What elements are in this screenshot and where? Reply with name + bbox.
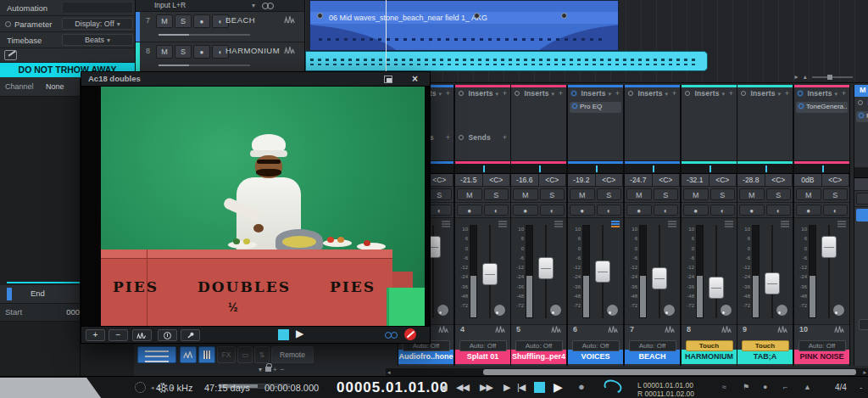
fader-track[interactable] xyxy=(489,225,491,318)
fader-track[interactable] xyxy=(828,225,830,318)
waveform-view-button[interactable] xyxy=(180,346,197,363)
track-name[interactable]: BEACH xyxy=(225,15,255,25)
pan-bar[interactable] xyxy=(794,164,849,174)
automation-point[interactable] xyxy=(317,13,323,19)
add-insert-button[interactable]: + xyxy=(785,87,789,100)
previous-marker-button[interactable]: ◀ xyxy=(440,382,446,393)
audio-clip-blue[interactable]: 06 Mid waves_stone_beach_near field 1_ A… xyxy=(309,0,619,51)
add-insert-button[interactable]: + xyxy=(842,87,846,100)
channel-name[interactable]: Shuffling..per4 xyxy=(511,350,566,364)
power-icon[interactable] xyxy=(858,100,863,105)
fader-track[interactable] xyxy=(715,225,717,318)
channel-name[interactable]: VOICES xyxy=(568,350,623,364)
fx-button[interactable]: FX xyxy=(217,346,236,363)
monitor-button[interactable]: ◐ xyxy=(654,205,679,216)
power-icon[interactable] xyxy=(628,91,633,96)
clock-button[interactable] xyxy=(158,329,177,341)
cue-knob[interactable] xyxy=(721,305,732,316)
monitor-button[interactable]: ◐ xyxy=(766,205,792,216)
end-row[interactable]: End xyxy=(0,285,80,304)
power-icon[interactable] xyxy=(741,91,746,96)
mute-button[interactable]: M xyxy=(156,45,173,59)
link-online-icon[interactable] xyxy=(385,332,400,339)
loop-range[interactable]: L 00001.01.01.00 R 00011.01.02.00 xyxy=(637,381,694,398)
add-insert-button[interactable]: + xyxy=(615,87,620,100)
mute-button[interactable]: M xyxy=(739,188,765,200)
volume-value[interactable]: -21.5 xyxy=(455,174,483,186)
next-marker-button[interactable]: ▶ xyxy=(504,382,509,393)
power-icon[interactable] xyxy=(459,135,464,140)
monitor-button[interactable]: ◐ xyxy=(823,205,849,216)
inserts-header[interactable]: Inserts ▾ + xyxy=(568,87,623,101)
chevron-down-icon[interactable]: ▾ xyxy=(438,87,442,100)
power-icon[interactable] xyxy=(798,104,804,109)
channel-selector-row[interactable]: Channel None xyxy=(0,78,80,97)
record-arm-button[interactable]: ● xyxy=(193,14,210,28)
record-disabled-icon[interactable] xyxy=(404,328,416,340)
channel-name[interactable]: Splatt 01 xyxy=(455,350,510,364)
zoom-out-button[interactable]: − xyxy=(108,329,128,341)
scrollbar-thumb[interactable] xyxy=(483,369,856,375)
fader-track[interactable] xyxy=(545,225,547,318)
automation-header-cell[interactable] xyxy=(62,2,133,14)
waveform-view-button[interactable] xyxy=(856,209,868,221)
volume-value[interactable]: -19.2 xyxy=(568,174,596,186)
channel-value[interactable]: None xyxy=(46,82,64,91)
detach-window-icon[interactable] xyxy=(384,76,392,83)
zoom-in-button[interactable]: + xyxy=(86,329,105,341)
insert-slot[interactable]: Pro EQ xyxy=(570,102,621,113)
fader-track[interactable] xyxy=(432,225,434,318)
scroll-up-icon[interactable]: ▴ xyxy=(804,73,809,81)
main-bus-header[interactable]: M xyxy=(854,85,868,97)
fader-track[interactable] xyxy=(771,225,773,318)
power-icon[interactable] xyxy=(515,91,520,96)
pan-value[interactable]: <C> xyxy=(539,174,567,186)
solo-button[interactable]: S xyxy=(597,188,622,200)
track-volume-slider[interactable] xyxy=(159,34,250,36)
loop-start[interactable]: L 00001.01.01.00 xyxy=(637,381,694,390)
chevron-down-icon[interactable]: ▾ xyxy=(495,87,498,100)
channel-name[interactable]: BEACH xyxy=(625,350,680,364)
display-dropdown[interactable]: Display: Off▾ xyxy=(62,18,133,30)
record-arm-button[interactable]: ● xyxy=(193,45,210,59)
scroll-right-icon[interactable]: ▸ xyxy=(795,73,800,81)
fader-cap[interactable] xyxy=(538,257,554,279)
power-icon[interactable] xyxy=(798,91,803,96)
cue-knob[interactable] xyxy=(833,305,844,316)
timebase-dropdown[interactable]: Beats▾ xyxy=(62,34,133,46)
fast-forward-button[interactable]: ▶▶ xyxy=(480,382,492,393)
pan-value[interactable]: <C> xyxy=(822,174,850,186)
remove-channel-button[interactable]: − xyxy=(281,366,288,373)
zoom-slider[interactable] xyxy=(812,76,853,78)
fader-track[interactable] xyxy=(659,225,660,318)
fader-cap[interactable] xyxy=(652,267,667,289)
power-icon[interactable] xyxy=(571,91,576,96)
time-signature[interactable]: 4/4 xyxy=(835,383,847,392)
solo-button[interactable]: S xyxy=(654,188,679,200)
solo-button[interactable]: S xyxy=(823,188,849,200)
record-arm-button[interactable]: ● xyxy=(739,205,765,216)
audio-clip-cyan[interactable] xyxy=(305,51,708,71)
metronome-icon[interactable]: ▲ xyxy=(804,383,811,391)
start-value[interactable]: 000 xyxy=(66,307,80,317)
scroll-left-icon[interactable]: ◂ xyxy=(387,368,391,376)
power-icon[interactable] xyxy=(5,21,11,27)
loop-icon[interactable] xyxy=(602,378,624,396)
mute-button[interactable]: M xyxy=(626,188,652,200)
solo-button[interactable]: S xyxy=(175,45,192,59)
fader-cap[interactable] xyxy=(709,277,724,299)
mute-button[interactable]: M xyxy=(796,188,821,200)
monitor-button[interactable]: ◐ xyxy=(597,205,622,216)
remote-button[interactable]: Remote xyxy=(271,346,314,363)
loop-end[interactable]: R 00011.01.02.00 xyxy=(637,390,694,398)
channel-name[interactable]: HARMONIUM xyxy=(682,350,737,364)
automation-point[interactable] xyxy=(474,13,480,19)
inserts-header[interactable]: Inserts ▾ + xyxy=(682,87,737,101)
inserts-header[interactable]: Inserts ▾ + xyxy=(455,87,510,101)
pan-value[interactable]: <C> xyxy=(483,174,511,186)
cue-knob[interactable] xyxy=(494,305,505,316)
pan-bar[interactable] xyxy=(511,164,566,174)
return-to-start-button[interactable]: |◀ xyxy=(517,382,525,393)
insert-slot[interactable]: ToneGenera.. xyxy=(796,102,848,113)
chevron-down-icon[interactable]: ▾ xyxy=(721,87,725,100)
